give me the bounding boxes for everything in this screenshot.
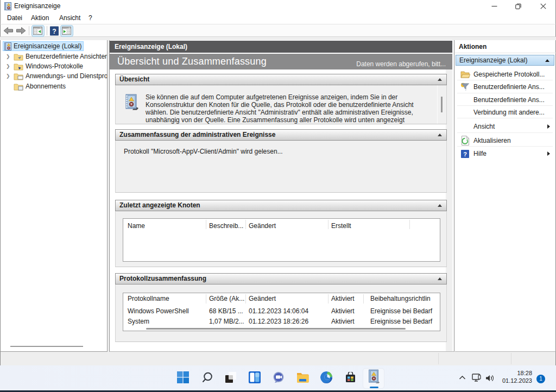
svg-text:?: ? bbox=[52, 28, 56, 35]
svg-text:?: ? bbox=[463, 151, 467, 157]
